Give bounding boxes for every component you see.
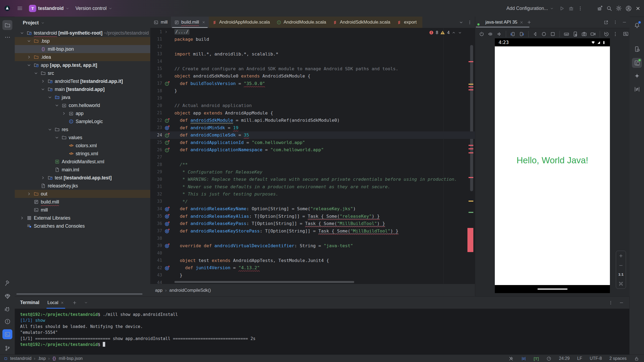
code-line-32[interactable]: 32 * This is just for testing purposes. bbox=[150, 190, 475, 198]
tree-chevron-icon[interactable] bbox=[47, 95, 52, 100]
caret-position[interactable]: 24:29 bbox=[559, 356, 570, 361]
code-line-16[interactable]: 16object androidSdkModule0 extends Andro… bbox=[150, 72, 475, 80]
tree-chevron-icon[interactable] bbox=[20, 216, 24, 220]
debug-button[interactable] bbox=[568, 5, 574, 12]
add-device-tab-button[interactable] bbox=[527, 20, 532, 25]
device-tab[interactable]: java-test API 35 bbox=[478, 20, 524, 25]
editor-options-kebab-icon[interactable] bbox=[467, 20, 472, 25]
emulator-vol-up-button[interactable] bbox=[487, 30, 494, 38]
task-gutter-icon[interactable]: T bbox=[164, 139, 171, 146]
project-panel-title[interactable]: Project bbox=[23, 20, 39, 26]
emulator-rot-l-button[interactable] bbox=[509, 30, 516, 38]
tracker-badge[interactable]: [T] bbox=[534, 356, 539, 361]
tree-item-mill-bsp-json[interactable]: {}mill-bsp.json bbox=[15, 45, 150, 53]
hide-terminal-icon[interactable] bbox=[619, 300, 624, 305]
new-terminal-tab-button[interactable] bbox=[72, 300, 77, 305]
code-line-14[interactable]: 14 bbox=[150, 58, 475, 65]
code-line-13[interactable]: 13import mill.*, androidlib.*, scalalib.… bbox=[150, 50, 475, 58]
code-line-15[interactable]: 15// Create and configure an Android SDK… bbox=[150, 65, 475, 73]
status-crumb-testandroid[interactable]: testandroid bbox=[10, 356, 31, 361]
tree-chevron-icon[interactable] bbox=[34, 71, 38, 76]
device-panel-kebab-icon[interactable] bbox=[613, 20, 618, 25]
tree-item-samplelogic[interactable]: CSampleLogic bbox=[15, 117, 150, 125]
emulator-home-button[interactable] bbox=[540, 30, 548, 38]
code-line-19[interactable]: 19 bbox=[150, 95, 475, 102]
code-line-30[interactable]: 30 * WARNING: Replace these default valu… bbox=[150, 176, 475, 183]
readonly-lock-icon[interactable] bbox=[634, 356, 639, 361]
emulator-kebab-button[interactable] bbox=[612, 30, 619, 38]
tree-item-testandroid[interactable]: testandroid [mill-synthetic-root] ~/proj… bbox=[15, 29, 150, 37]
tree-item-app[interactable]: app [app, app.test, app.it] bbox=[15, 61, 150, 69]
close-tab-icon[interactable] bbox=[202, 20, 206, 24]
zoom-fit-button[interactable] bbox=[619, 281, 623, 286]
code-line-31[interactable]: 31 * Never use these defaults in a produ… bbox=[150, 183, 475, 191]
tree-item-external-libraries[interactable]: External Libraries bbox=[15, 214, 150, 222]
code-line-34[interactable]: 34 def androidReleaseKeyName: Option[Str… bbox=[150, 205, 475, 213]
fold-arrow-icon[interactable] bbox=[164, 30, 168, 34]
code-line-11[interactable]: 11package build bbox=[150, 36, 475, 43]
editor-tab-androidsdkmodule-scala[interactable]: AndroidSdkModule.scala bbox=[329, 17, 393, 28]
code-line-26[interactable]: 26T def androidApplicationNamespace = "c… bbox=[150, 146, 475, 154]
vcs-widget[interactable]: Version control bbox=[75, 6, 112, 11]
task-gutter-icon[interactable]: T bbox=[164, 117, 171, 124]
code-line-12[interactable]: 12 bbox=[150, 43, 475, 50]
status-crumb-mill-bsp-json[interactable]: mill-bsp.json bbox=[59, 356, 83, 361]
editor-tab-mill[interactable]: mill bbox=[150, 17, 171, 28]
editor-tab-androidmodule-scala[interactable]: TAndroidModule.scala bbox=[273, 17, 330, 28]
tree-chevron-icon[interactable] bbox=[61, 111, 66, 116]
emulator-reset-button[interactable] bbox=[603, 30, 610, 38]
breadcrumb-androidcompilesdk-[interactable]: androidCompileSdk() bbox=[169, 288, 211, 293]
tab-list-chevron-icon[interactable] bbox=[459, 20, 463, 25]
close-terminal-tab-icon[interactable] bbox=[60, 301, 64, 305]
code-line-24[interactable]: 24T def androidCompileSdk = 35 bbox=[150, 131, 475, 139]
emulator-phone-gear-button[interactable] bbox=[572, 30, 579, 38]
ovr-gutter-icon[interactable] bbox=[164, 206, 171, 212]
code-line-37[interactable]: 37 def androidReleaseKeyStorePass: T[Opt… bbox=[150, 227, 475, 235]
breadcrumb-app[interactable]: app bbox=[155, 288, 163, 293]
tree-item-androidtest[interactable]: androidTest [testandroid.app.it] bbox=[15, 77, 150, 85]
editor-tab-export[interactable]: export bbox=[393, 17, 422, 28]
tree-chevron-icon[interactable] bbox=[41, 175, 45, 180]
code-line-38[interactable]: 38 bbox=[150, 235, 475, 242]
file-encoding[interactable]: UTF-8 bbox=[590, 356, 602, 361]
toolbar-scrollbar[interactable] bbox=[476, 27, 529, 28]
terminal-tool-button[interactable] bbox=[2, 329, 12, 339]
terminal-kebab-icon[interactable] bbox=[608, 300, 613, 305]
code-line-20[interactable]: 20// Actual android application bbox=[150, 102, 475, 109]
zoom-in-button[interactable] bbox=[619, 253, 623, 258]
tree-item-test[interactable]: test [testandroid.app.test] bbox=[15, 174, 150, 182]
tree-chevron-icon[interactable] bbox=[41, 79, 45, 84]
emulator-rot-r-button[interactable] bbox=[518, 30, 525, 38]
code-line-36[interactable]: 36 def androidReleaseKeyPass: T[Option[S… bbox=[150, 220, 475, 227]
code-line-29[interactable]: 29 * Configuration for ReleaseKey bbox=[150, 168, 475, 176]
gemini-ai-button[interactable] bbox=[632, 71, 642, 81]
task-gutter-icon[interactable]: T bbox=[164, 80, 171, 87]
chevron-down-icon[interactable] bbox=[41, 21, 45, 25]
nav-handle[interactable] bbox=[537, 289, 568, 290]
tree-item-java[interactable]: java bbox=[15, 93, 150, 101]
tree-item-app[interactable]: app bbox=[15, 109, 150, 117]
sbt-tool-button[interactable] bbox=[2, 291, 12, 301]
emulator-vol-dn-button[interactable] bbox=[496, 30, 503, 38]
account-button[interactable] bbox=[625, 5, 632, 12]
emulator-screen-search-button[interactable] bbox=[622, 30, 630, 38]
running-devices-button[interactable] bbox=[632, 58, 642, 68]
notifications-button[interactable] bbox=[632, 20, 642, 30]
emulator-back-button[interactable] bbox=[532, 30, 539, 38]
settings-gear-button[interactable] bbox=[616, 5, 622, 12]
zoom-actual-size-button[interactable]: 1:1 bbox=[618, 272, 624, 276]
editor-tab-build-mill[interactable]: build.mill bbox=[171, 17, 209, 28]
run-button[interactable] bbox=[559, 5, 565, 12]
tree-item-build-mill[interactable]: build.mill bbox=[15, 198, 150, 206]
build-tool-button[interactable] bbox=[2, 278, 12, 288]
code-line-21[interactable]: 21object app extends AndroidAppModule { bbox=[150, 109, 475, 117]
tree-item--bsp[interactable]: .bsp bbox=[15, 37, 150, 45]
pin-disabled-icon[interactable] bbox=[508, 356, 514, 361]
code-line-17[interactable]: 17T def buildToolsVersion = "35.0.0" bbox=[150, 80, 475, 87]
code-line-41[interactable]: 41 object test extends AndroidAppTests, … bbox=[150, 257, 475, 264]
ovr-gutter-icon[interactable] bbox=[164, 213, 171, 219]
close-device-tab-icon[interactable] bbox=[519, 20, 524, 24]
tree-item-main[interactable]: main [testandroid.app] bbox=[15, 85, 150, 93]
close-window-button[interactable] bbox=[635, 6, 641, 11]
code-line-1[interactable]: 1/.../ bbox=[150, 28, 475, 36]
